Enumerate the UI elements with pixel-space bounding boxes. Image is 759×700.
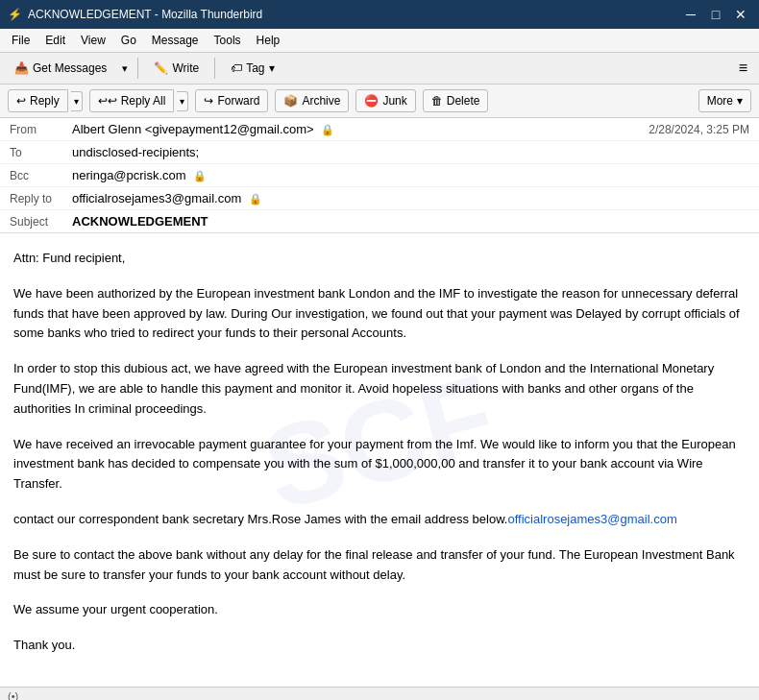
forward-label: Forward [217,94,259,108]
bcc-security-icon: 🔒 [193,170,207,181]
email-paragraph-7: Thank you. [13,636,746,656]
menu-view[interactable]: View [73,31,113,50]
minimize-button[interactable]: ─ [680,4,701,25]
menu-message[interactable]: Message [144,31,207,50]
junk-icon: ⛔ [364,94,379,108]
menu-bar: File Edit View Go Message Tools Help [0,29,759,53]
menu-tools[interactable]: Tools [207,31,249,50]
get-messages-button[interactable]: 📥 Get Messages [6,57,115,80]
email-paragraph-3: We have received an irrevocable payment … [13,435,746,495]
menu-file[interactable]: File [4,31,37,50]
write-label: Write [172,61,199,75]
from-security-icon: 🔒 [321,124,334,135]
status-bar: (•) [0,687,759,700]
paragraph-4-text: contact our correspondent bank secretary… [13,512,507,526]
menu-go[interactable]: Go [113,31,144,50]
delete-label: Delete [447,94,480,108]
email-header: From Albert Glenn <givepayment12@gmail.c… [0,118,759,233]
bcc-address: neringa@pcrisk.com [72,168,186,182]
header-subject-row: Subject ACKNOWLEDGEMENT [0,210,759,232]
delete-button[interactable]: 🗑 Delete [423,89,489,112]
toolbar-sep-2 [214,58,215,79]
reply-all-dropdown[interactable]: ▾ [177,91,188,111]
email-greeting: Attn: Fund recipient, [13,249,746,269]
reply-all-icon: ↩↩ [98,94,117,108]
get-messages-icon: 📥 [14,61,29,75]
write-icon: ✏️ [154,61,168,75]
status-icon: (•) [8,690,18,700]
archive-button[interactable]: 📦 Archive [275,89,349,112]
to-value: undisclosed-recipients; [72,145,749,159]
tag-icon: 🏷 [231,61,242,75]
header-replyto-row: Reply to officialrosejames3@gmail.com 🔒 [0,187,759,210]
reply-button[interactable]: ↩ Reply [8,89,68,112]
maximize-button[interactable]: □ [705,4,726,25]
email-paragraph-1: We have been authorized by the European … [13,284,746,344]
get-messages-label: Get Messages [33,61,107,75]
email-paragraph-6: We assume your urgent cooperation. [13,600,746,620]
email-paragraph-4: contact our correspondent bank secretary… [13,510,746,530]
junk-button[interactable]: ⛔ Junk [355,89,415,112]
email-action-bar: ↩ Reply ▾ ↩↩ Reply All ▾ ↪ Forward 📦 Arc… [0,84,759,118]
more-dropdown-arrow: ▾ [737,94,743,108]
header-to-row: To undisclosed-recipients; [0,141,759,164]
menu-edit[interactable]: Edit [37,31,73,50]
reply-all-label: Reply All [121,94,166,108]
title-bar-controls: ─ □ ✕ [680,4,751,25]
write-button[interactable]: ✏️ Write [145,57,208,80]
email-paragraph-2: In order to stop this dubious act, we ha… [13,359,746,419]
reply-to-link[interactable]: officialrosejames3@gmail.com [507,512,676,526]
more-button[interactable]: More ▾ [698,89,751,112]
subject-label: Subject [10,215,72,229]
email-date: 2/28/2024, 3:25 PM [649,123,749,136]
header-bcc-row: Bcc neringa@pcrisk.com 🔒 [0,164,759,187]
reply-label: Reply [30,94,60,108]
app-icon: ⚡ [8,8,22,21]
tag-button[interactable]: 🏷 Tag ▾ [222,57,282,80]
title-bar-left: ⚡ ACKNOWLEDGEMENT - Mozilla Thunderbird [8,8,262,21]
get-messages-dropdown[interactable]: ▾ [119,58,131,80]
email-paragraph-5: Be sure to contact the above bank withou… [13,545,746,586]
reply-all-button[interactable]: ↩↩ Reply All [89,89,175,112]
from-label: From [10,123,72,136]
more-label: More [707,94,733,108]
bcc-value: neringa@pcrisk.com 🔒 [72,168,749,182]
forward-button[interactable]: ↪ Forward [195,89,268,112]
tag-label: Tag [246,61,264,75]
reply-icon: ↩ [16,94,26,108]
replyto-address: officialrosejames3@gmail.com [72,191,241,205]
subject-value: ACKNOWLEDGEMENT [72,214,749,229]
junk-label: Junk [382,94,406,108]
menu-help[interactable]: Help [249,31,288,50]
tag-dropdown-arrow: ▾ [269,61,275,75]
toolbar-sep-1 [137,58,138,79]
email-body: SCF Attn: Fund recipient, We have been a… [0,233,759,687]
toolbar: 📥 Get Messages ▾ ✏️ Write 🏷 Tag ▾ ≡ [0,53,759,84]
archive-label: Archive [302,94,340,108]
archive-icon: 📦 [283,94,298,108]
reply-dropdown[interactable]: ▾ [71,91,83,111]
title-bar: ⚡ ACKNOWLEDGEMENT - Mozilla Thunderbird … [0,0,759,29]
close-button[interactable]: ✕ [730,4,751,25]
replyto-label: Reply to [10,192,72,205]
replyto-value: officialrosejames3@gmail.com 🔒 [72,191,749,205]
header-from-row: From Albert Glenn <givepayment12@gmail.c… [0,118,759,141]
replyto-security-icon: 🔒 [249,193,262,205]
forward-icon: ↪ [204,94,213,108]
from-value: Albert Glenn <givepayment12@gmail.com> 🔒 [72,122,649,136]
from-name: Albert Glenn <givepayment12@gmail.com> [72,122,314,136]
to-label: To [10,146,72,159]
bcc-label: Bcc [10,169,72,182]
window-title: ACKNOWLEDGEMENT - Mozilla Thunderbird [28,8,262,21]
delete-icon: 🗑 [431,94,443,108]
hamburger-menu[interactable]: ≡ [733,58,753,79]
